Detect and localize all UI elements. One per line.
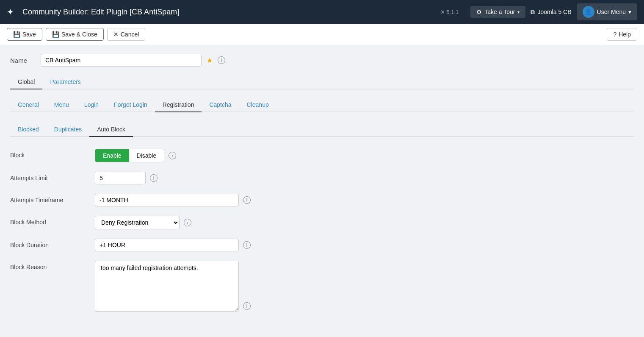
block-method-row: Block Method Deny RegistrationBlock User	[10, 216, 634, 229]
page-title: Community Builder: Edit Plugin [CB AntiS…	[22, 8, 435, 17]
secondary-tabs: GeneralMenuLoginForgot LoginRegistration…	[10, 98, 634, 112]
block-method-control: Deny RegistrationBlock User	[95, 216, 191, 229]
name-row: Name ★	[10, 54, 634, 67]
primary-tabs: GlobalParameters	[10, 75, 634, 89]
toolbar: 💾 Save 💾 Save & Close ✕ Cancel ? Help	[0, 24, 644, 45]
block-reason-label: Block Reason	[10, 261, 95, 270]
block-duration-label: Block Duration	[10, 239, 95, 248]
take-tour-button[interactable]: ⚙ Take a Tour ▾	[470, 6, 525, 18]
joomla-button[interactable]: ⧉ Joomla 5 CB	[531, 8, 571, 16]
block-duration-row: Block Duration	[10, 239, 634, 251]
block-method-info-icon[interactable]	[184, 219, 191, 226]
question-icon: ?	[613, 31, 616, 38]
block-disable-button[interactable]: Disable	[129, 149, 164, 162]
tab-tertiary-duplicates[interactable]: Duplicates	[47, 123, 89, 137]
cancel-button[interactable]: ✕ Cancel	[107, 28, 146, 41]
attempts-limit-row: Attempts Limit	[10, 172, 634, 184]
tab-secondary-forgot-login[interactable]: Forgot Login	[106, 98, 155, 112]
content-area: Name ★ GlobalParameters GeneralMenuLogin…	[0, 45, 644, 329]
attempts-timeframe-info-icon[interactable]	[243, 196, 251, 204]
cancel-icon: ✕	[113, 31, 119, 38]
tab-secondary-captcha[interactable]: Captcha	[202, 98, 239, 112]
attempts-limit-control	[95, 172, 158, 184]
tab-secondary-login[interactable]: Login	[77, 98, 106, 112]
logo-icon: ✦	[7, 7, 14, 17]
save-button[interactable]: 💾 Save	[7, 28, 42, 41]
attempts-timeframe-label: Attempts Timeframe	[10, 194, 95, 203]
chevron-down-icon: ▾	[628, 8, 631, 15]
attempts-timeframe-input[interactable]	[95, 194, 239, 206]
block-method-select[interactable]: Deny RegistrationBlock User	[95, 216, 180, 229]
save-label: Save	[22, 31, 36, 38]
take-tour-label: Take a Tour	[484, 8, 515, 15]
name-label: Name	[10, 57, 36, 64]
name-input[interactable]	[41, 54, 202, 67]
block-reason-textarea[interactable]	[95, 261, 239, 312]
tab-tertiary-auto-block[interactable]: Auto Block	[89, 123, 133, 137]
block-reason-control	[95, 261, 251, 312]
tab-tertiary-blocked[interactable]: Blocked	[10, 123, 47, 137]
tab-secondary-registration[interactable]: Registration	[155, 98, 202, 112]
save-close-button[interactable]: 💾 Save & Close	[46, 28, 104, 41]
block-enable-button[interactable]: Enable	[95, 149, 129, 162]
tab-secondary-general[interactable]: General	[10, 98, 47, 112]
attempts-limit-info-icon[interactable]	[150, 174, 158, 182]
attempts-timeframe-row: Attempts Timeframe	[10, 194, 634, 206]
block-toggle-group: Enable Disable	[95, 149, 164, 162]
info-icon[interactable]	[218, 56, 225, 64]
block-info-icon[interactable]	[169, 152, 176, 159]
block-label: Block	[10, 149, 95, 159]
tab-primary-global[interactable]: Global	[10, 75, 42, 89]
help-button[interactable]: ? Help	[607, 28, 637, 41]
tab-secondary-cleanup[interactable]: Cleanup	[239, 98, 276, 112]
block-duration-control	[95, 239, 251, 251]
avatar: 👤	[583, 6, 594, 18]
external-icon: ⧉	[531, 8, 535, 16]
save-close-icon: 💾	[52, 31, 59, 38]
tab-secondary-menu[interactable]: Menu	[47, 98, 77, 112]
attempts-timeframe-control	[95, 194, 251, 206]
block-reason-row: Block Reason	[10, 261, 634, 312]
joomla-label: Joomla 5 CB	[537, 8, 571, 15]
tour-icon: ⚙	[476, 8, 482, 15]
chevron-down-icon: ▾	[517, 10, 520, 14]
user-menu-button[interactable]: 👤 User Menu ▾	[577, 3, 637, 20]
save-icon: 💾	[13, 31, 20, 38]
attempts-limit-input[interactable]	[95, 172, 146, 184]
block-duration-input[interactable]	[95, 239, 239, 251]
block-reason-info-icon[interactable]	[243, 302, 251, 310]
block-row: Block Enable Disable	[10, 149, 634, 162]
attempts-limit-label: Attempts Limit	[10, 172, 95, 181]
cancel-label: Cancel	[121, 31, 139, 38]
block-control: Enable Disable	[95, 149, 176, 162]
header: ✦ Community Builder: Edit Plugin [CB Ant…	[0, 0, 644, 24]
version-label: ✕ 5.1.1	[440, 9, 459, 15]
block-method-label: Block Method	[10, 216, 95, 226]
user-menu-label: User Menu	[597, 8, 626, 15]
tertiary-tabs: BlockedDuplicatesAuto Block	[10, 123, 634, 137]
tab-primary-parameters[interactable]: Parameters	[42, 75, 88, 89]
toolbar-actions: 💾 Save 💾 Save & Close ✕ Cancel	[7, 28, 145, 41]
save-close-label: Save & Close	[61, 31, 97, 38]
star-icon[interactable]: ★	[207, 56, 213, 64]
block-duration-info-icon[interactable]	[243, 241, 251, 249]
help-label: Help	[619, 31, 631, 38]
